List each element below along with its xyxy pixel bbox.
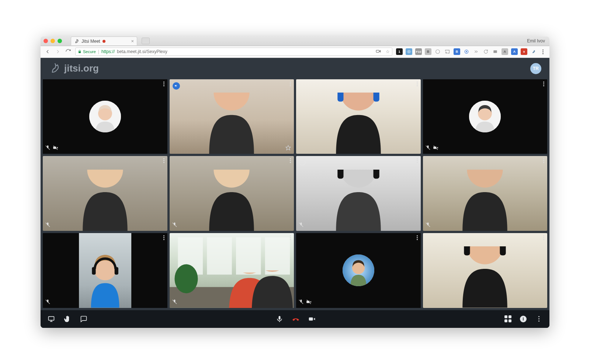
url-bar: Secure | https://beta.meet.jit.si/SexyPl… <box>41 46 549 58</box>
participant-tile[interactable] <box>296 233 421 308</box>
window-traffic-lights <box>44 39 62 43</box>
participant-tile[interactable] <box>170 233 294 308</box>
window-zoom-dot[interactable] <box>58 39 62 43</box>
ext-a-blue[interactable]: A <box>511 48 518 55</box>
ext-eye-icon[interactable] <box>406 48 412 55</box>
ext-badge-1[interactable]: 1 <box>396 48 403 55</box>
tile-menu-icon[interactable] <box>163 82 164 86</box>
camera-off-icon <box>53 145 58 152</box>
hangup-button[interactable] <box>292 315 300 323</box>
tile-menu-icon[interactable] <box>543 158 544 163</box>
ext-cast-icon[interactable] <box>444 48 451 55</box>
ext-target-icon[interactable] <box>463 48 470 55</box>
participant-tile[interactable] <box>296 79 421 154</box>
tab-title: Jitsi Meet <box>81 39 100 44</box>
ext-b-gray[interactable]: B <box>425 48 431 55</box>
favorite-star-icon[interactable] <box>285 145 291 152</box>
tile-menu-icon[interactable] <box>290 235 291 240</box>
svg-rect-16 <box>337 93 343 101</box>
tile-status-icons <box>172 222 177 229</box>
participant-tile[interactable] <box>43 156 167 231</box>
video-grid <box>41 79 549 310</box>
info-button[interactable]: i <box>520 316 527 322</box>
camera-off-icon <box>433 145 438 152</box>
ext-chevrons-icon[interactable] <box>473 48 479 55</box>
tile-menu-icon[interactable] <box>163 158 164 163</box>
tile-menu-icon[interactable] <box>163 235 164 240</box>
call-toolbar: i <box>41 310 549 328</box>
app-header: jitsi.org TR <box>41 58 549 79</box>
mic-muted-icon <box>425 145 431 152</box>
browser-tab[interactable]: Jitsi Meet × <box>71 37 137 45</box>
participant-tile[interactable] <box>423 233 548 308</box>
chrome-profile-name[interactable]: Emil Ivov <box>527 38 545 44</box>
tab-close-icon[interactable]: × <box>131 39 134 44</box>
svg-marker-1 <box>379 50 381 52</box>
video-feed <box>170 233 294 308</box>
camera-button[interactable] <box>308 315 316 323</box>
ext-jitsi-icon[interactable] <box>530 48 537 55</box>
svg-point-3 <box>436 50 440 54</box>
reload-button[interactable] <box>65 48 72 55</box>
url-path: beta.meet.jit.si/SexyPlexy <box>117 49 167 54</box>
tile-menu-icon[interactable] <box>417 158 418 163</box>
ext-red-badge[interactable]: 9 <box>521 48 527 55</box>
titlebar: Jitsi Meet × Emil Ivov <box>41 37 549 46</box>
participant-tile[interactable] <box>43 233 167 308</box>
tileview-icon <box>504 315 511 322</box>
svg-point-2 <box>409 51 410 52</box>
participant-avatar <box>469 101 501 132</box>
more-actions-button[interactable] <box>535 315 543 323</box>
raise-hand-button[interactable] <box>63 315 72 323</box>
share-screen-button[interactable] <box>47 315 55 323</box>
mic-muted-icon <box>172 222 177 229</box>
video-feed <box>423 233 548 308</box>
participant-tile[interactable] <box>423 156 548 231</box>
chrome-menu-icon[interactable] <box>540 49 546 55</box>
participant-tile[interactable] <box>296 156 421 231</box>
tile-menu-icon[interactable] <box>417 82 418 86</box>
address-field[interactable]: Secure | https://beta.meet.jit.si/SexyPl… <box>75 48 392 56</box>
back-button[interactable] <box>44 48 51 55</box>
svg-marker-11 <box>57 147 58 149</box>
mic-button[interactable] <box>275 315 284 323</box>
ext-b-blue[interactable]: B <box>454 48 460 55</box>
chat-button[interactable] <box>80 315 88 323</box>
svg-rect-0 <box>376 50 379 52</box>
window-minimize-dot[interactable] <box>51 39 55 43</box>
tile-menu-icon[interactable] <box>290 82 291 86</box>
jitsi-favicon-icon <box>74 39 79 44</box>
forward-button[interactable] <box>55 48 61 55</box>
bookmark-star-icon[interactable]: ☆ <box>386 49 390 54</box>
camera-permission-icon[interactable] <box>376 49 381 55</box>
new-tab-button[interactable] <box>142 38 150 44</box>
mic-muted-icon <box>425 222 431 229</box>
participant-tile[interactable] <box>170 79 294 154</box>
video-feed <box>43 233 167 308</box>
ext-a-gray[interactable]: A <box>502 48 508 55</box>
participant-tile[interactable] <box>423 79 548 154</box>
tile-menu-icon[interactable] <box>417 235 418 240</box>
participant-tile[interactable] <box>43 79 167 154</box>
tileview-button[interactable] <box>504 315 512 323</box>
pinned-speaker-icon <box>173 82 180 90</box>
window-close-dot[interactable] <box>44 39 48 43</box>
ext-chat-icon[interactable] <box>482 48 489 55</box>
secure-badge: Secure <box>78 49 96 54</box>
tile-menu-icon[interactable] <box>543 235 544 240</box>
participant-tile[interactable] <box>170 156 294 231</box>
tile-menu-icon[interactable] <box>290 158 291 163</box>
jitsi-logo[interactable]: jitsi.org <box>49 62 99 75</box>
ext-f10[interactable]: F10 <box>415 48 422 55</box>
participant-avatar <box>343 254 374 286</box>
participant-avatar <box>89 101 121 132</box>
svg-rect-56 <box>49 316 54 320</box>
ext-rect-icon[interactable] <box>492 48 499 55</box>
video-feed <box>43 156 167 231</box>
mic-muted-icon <box>45 145 51 152</box>
tile-status-icons <box>425 222 431 229</box>
ext-circle-icon[interactable] <box>434 48 441 55</box>
tile-menu-icon[interactable] <box>543 82 544 86</box>
local-user-avatar[interactable]: TR <box>530 63 541 74</box>
svg-rect-59 <box>309 317 313 320</box>
